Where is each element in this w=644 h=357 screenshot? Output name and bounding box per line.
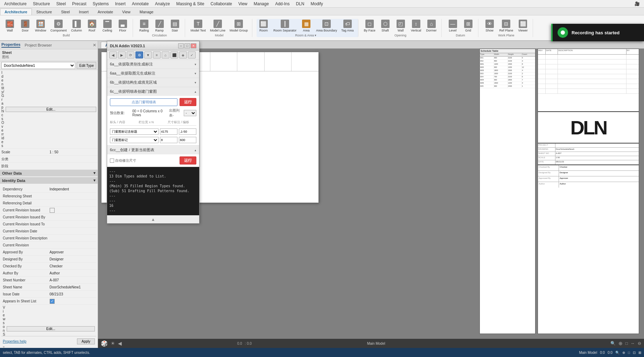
run-6cc-btn[interactable]: 运行 <box>180 156 196 164</box>
ribbon-tool-level[interactable]: — Level <box>446 19 460 33</box>
status-icon-1[interactable]: 🔍 <box>615 351 620 355</box>
status-icon-3[interactable]: □ <box>628 351 630 355</box>
menu-structure[interactable]: Structure <box>30 1 53 7</box>
ribbon-tool-vertical[interactable]: ↕ Vertical <box>409 19 423 33</box>
dln-tool-check[interactable]: ✓ <box>188 51 196 58</box>
dln-section-6c-header[interactable]: 6c__依据明细表创建门窗图 ▴ <box>107 87 199 96</box>
left-panel-close-btn[interactable]: ✕ <box>93 43 96 48</box>
status-icon-2[interactable]: ⊕ <box>622 351 625 355</box>
dialog-minimize-btn[interactable]: ─ <box>178 43 184 48</box>
ribbon-tool-area-boundary[interactable]: ⊡ Area Boundary <box>315 19 338 33</box>
view-cube-icon[interactable]: 🎲 <box>101 340 108 347</box>
status-icon-5[interactable]: ⊠ <box>638 351 641 355</box>
row1-col2-input[interactable] <box>160 128 177 135</box>
dialog-restore-btn[interactable]: □ <box>184 43 190 48</box>
ribbon-tool-roof[interactable]: 🏠 Roof <box>85 19 99 33</box>
ribbon-tool-shaft[interactable]: ⬡ Shaft <box>378 19 392 33</box>
ribbon-tool-ramp[interactable]: ╱ Ramp <box>153 19 167 33</box>
appears-in-sheet-list-checkbox[interactable]: ✓ <box>50 299 55 304</box>
ribbon-tool-ref-plane[interactable]: ⊟ Ref Plane <box>498 19 515 33</box>
ribbon-tool-viewer[interactable]: ⬜ Viewer <box>516 19 530 33</box>
menu-dln[interactable]: DLN <box>293 1 307 7</box>
sun-icon[interactable]: ☀ <box>111 341 115 346</box>
run-6c-btn[interactable]: 运行 <box>180 98 196 106</box>
apply-button[interactable]: Apply <box>77 338 95 344</box>
menu-analyze[interactable]: Analyze <box>152 1 173 7</box>
dialog-close-btn[interactable]: ✕ <box>191 43 196 48</box>
ribbon-tool-wall-open[interactable]: ◰ Wall <box>394 19 408 33</box>
project-browser-tab[interactable]: Project Browser <box>24 43 52 47</box>
dln-tool-back[interactable]: ◀ <box>109 51 117 58</box>
ribbon-tool-column[interactable]: ▌ Column <box>70 19 84 33</box>
menu-addins[interactable]: Add-Ins <box>272 1 292 7</box>
dln-tool-menu[interactable]: ≡ <box>153 51 161 58</box>
expand-icon[interactable]: ◀ <box>118 341 122 346</box>
zoom-in-icon[interactable]: ⊕ <box>618 341 623 346</box>
dln-tool-forward[interactable]: ▶ <box>118 51 126 58</box>
ribbon-tab-view[interactable]: View <box>118 8 135 15</box>
ribbon-tool-floor[interactable]: ▃ Floor <box>116 19 130 33</box>
menu-manage[interactable]: Manage <box>251 1 272 7</box>
ribbon-tool-show[interactable]: 👁 Show <box>483 19 497 33</box>
menu-insert[interactable]: Insert <box>112 1 128 7</box>
select-schedule-btn[interactable]: 点选门窗明细表 <box>110 98 177 106</box>
output-col-select[interactable]: - <box>184 110 196 116</box>
view-dropdown[interactable]: DoorScheduleNew1 <box>1 62 75 69</box>
menu-architecture[interactable]: Architecture <box>1 1 29 7</box>
dln-tool-block[interactable]: ⬛ <box>170 51 178 58</box>
ribbon-tool-model-text[interactable]: T Model Text <box>189 19 207 33</box>
menu-steel[interactable]: Steel <box>54 1 69 7</box>
dln-section-6b-header[interactable]: 6b__依据结构生成填充区域 ▾ <box>107 78 199 87</box>
ribbon-tab-architecture[interactable]: Architecture <box>0 8 32 15</box>
dln-tool-refresh[interactable]: ⟳ <box>127 51 134 58</box>
dln-tool-home[interactable]: ⌂ <box>162 51 169 58</box>
auto-dim-checkbox-label[interactable]: 自动修注尺寸 <box>110 158 136 163</box>
ribbon-tool-room[interactable]: ⬜ Room <box>257 19 271 33</box>
views-on-sheet-edit[interactable]: Edit... <box>7 326 95 331</box>
row2-col3-input[interactable] <box>179 137 196 143</box>
dln-tool-settings[interactable]: ⚙ <box>135 51 143 58</box>
ribbon-tool-model-line[interactable]: ╱ Model Line <box>209 19 227 33</box>
edit-type-button[interactable]: Edit Type <box>77 62 96 69</box>
ribbon-tool-window[interactable]: 🪟 Window <box>34 19 48 33</box>
ribbon-tab-manage[interactable]: Manage <box>135 8 158 15</box>
menu-view[interactable]: View <box>236 1 250 7</box>
dln-section-6aa-header[interactable]: 6aa__依据取图元生成标注 ▾ <box>107 69 199 78</box>
row2-col2-input[interactable] <box>160 137 177 143</box>
dln-collapse-btn[interactable]: ▲ <box>151 217 155 222</box>
ribbon-tab-structure[interactable]: Structure <box>32 8 57 15</box>
properties-tab[interactable]: Properties <box>1 42 20 48</box>
ribbon-tool-door[interactable]: 🚪 Door <box>18 19 32 33</box>
ribbon-tool-component[interactable]: ⚙ Component <box>49 19 68 33</box>
zoom-out-icon[interactable]: 🔍 <box>610 341 616 346</box>
dln-tool-diamond[interactable]: ◈ <box>179 51 187 58</box>
fit-view-icon[interactable]: □ <box>625 341 628 346</box>
row1-col1-select[interactable]: 门窗图标记含标题 <box>110 128 159 135</box>
row2-col1-select[interactable]: 门窗图标记 <box>110 137 159 143</box>
ribbon-tool-stair[interactable]: ▤ Stair <box>168 19 182 33</box>
sync-icon[interactable]: ↔ <box>631 341 635 346</box>
status-icon-4[interactable]: ⊡ <box>633 351 636 355</box>
identity-data-header[interactable]: Identity Data ▾ <box>0 177 98 184</box>
menu-video[interactable]: 🎥 <box>632 1 643 7</box>
menu-annotate[interactable]: Annotate <box>129 1 152 7</box>
ribbon-tool-railing[interactable]: ≡ Railing <box>137 19 151 33</box>
menu-collaborate[interactable]: Collaborate <box>208 1 235 7</box>
dln-tool-dropdown[interactable]: ▼ <box>144 51 152 58</box>
ribbon-tool-room-sep[interactable]: ┃ Room Separator <box>272 19 298 33</box>
menu-massing[interactable]: Massing & Site <box>174 1 207 7</box>
ribbon-tool-wall[interactable]: 🧱 Wall <box>3 19 17 33</box>
zoom-percent-icon[interactable]: ⊖ <box>638 341 641 346</box>
ribbon-tool-grid[interactable]: ⊞ Grid <box>461 19 475 33</box>
ribbon-tab-annotate[interactable]: Annotate <box>93 8 118 15</box>
ribbon-tab-insert[interactable]: Insert <box>75 8 93 15</box>
ribbon-tool-tag-area[interactable]: 🏷 Tag Area <box>340 19 355 33</box>
menu-precast[interactable]: Precast <box>69 1 89 7</box>
row1-col3-input[interactable] <box>179 128 196 135</box>
ribbon-tool-by-face[interactable]: ◻ By Face <box>363 19 377 33</box>
menu-modify[interactable]: Modify <box>308 1 326 7</box>
ribbon-tool-model-group[interactable]: ⊞ Model Group <box>228 19 249 33</box>
other-data-header[interactable]: Other Data ▾ <box>0 170 98 176</box>
ribbon-tool-area[interactable]: ▦ Area <box>299 19 313 33</box>
dln-section-6a-header[interactable]: 6a__依据取类别生成标注 ▾ <box>107 60 199 69</box>
